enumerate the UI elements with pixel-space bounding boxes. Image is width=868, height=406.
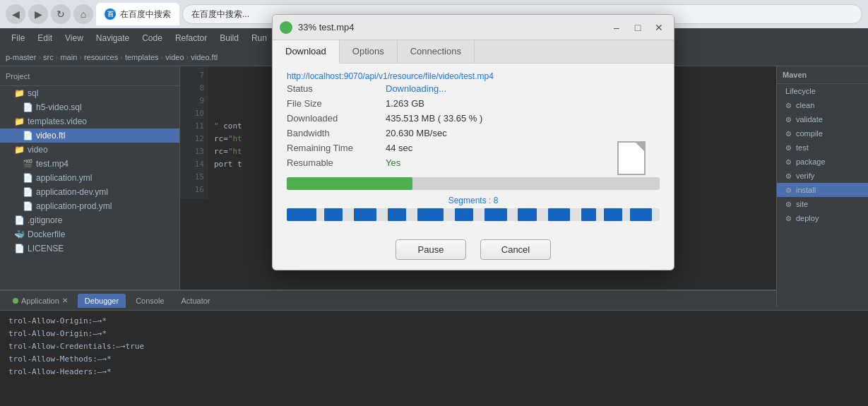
dialog-status-icon (280, 21, 292, 34)
segment-block (548, 208, 571, 221)
remaining-row: Remaining Time 44 sec (287, 141, 660, 155)
segment-block (388, 208, 406, 221)
tab-options[interactable]: Options (340, 40, 398, 63)
download-dialog: 33% test.mp4 – □ ✕ Download Options Conn… (272, 14, 674, 270)
segments-bar (287, 208, 660, 221)
file-icon (617, 141, 646, 175)
remaining-label: Remaining Time (287, 141, 386, 155)
minimize-button[interactable]: – (609, 20, 624, 35)
bandwidth-row: Bandwidth 20.630 MB/sec (287, 126, 660, 141)
status-value: Downloading... (386, 81, 660, 96)
cancel-button[interactable]: Cancel (480, 239, 551, 260)
dialog-buttons: Pause Cancel (273, 231, 674, 270)
dialog-titlebar: 33% test.mp4 – □ ✕ (273, 15, 674, 40)
downloaded-value: 435.513 MB ( 33.65 % ) (386, 111, 660, 126)
segment-block (324, 208, 343, 221)
bandwidth-label: Bandwidth (287, 126, 386, 141)
dialog-tab-bar: Download Options Connections (273, 40, 674, 64)
segment-block (287, 208, 316, 221)
tab-connections[interactable]: Connections (398, 40, 475, 63)
info-table: Status Downloading... File Size 1.263 GB… (287, 81, 660, 170)
status-row: Status Downloading... (287, 81, 660, 96)
tab-options-label: Options (352, 46, 384, 56)
maximize-button[interactable]: □ (630, 20, 646, 35)
progress-area: Segments : 8 (287, 177, 660, 221)
status-label: Status (287, 81, 386, 96)
download-url[interactable]: http://localhost:9070/api/v1/resource/fi… (287, 71, 494, 81)
segment-block (354, 208, 376, 221)
segment-block (455, 208, 473, 221)
main-progress-bar (287, 177, 660, 190)
segment-block (581, 208, 596, 221)
segment-block (630, 208, 653, 221)
dialog-content: http://localhost:9070/api/v1/resource/fi… (273, 64, 674, 231)
progress-bar-fill (287, 177, 412, 190)
file-icon-area (617, 141, 646, 175)
pause-button[interactable]: Pause (396, 239, 466, 260)
tab-connections-label: Connections (410, 46, 461, 56)
segment-block (417, 208, 444, 221)
bandwidth-value: 20.630 MB/sec (386, 126, 660, 141)
filesize-label: File Size (287, 96, 386, 111)
segments-label: Segments : 8 (287, 196, 660, 205)
filesize-row: File Size 1.263 GB (287, 96, 660, 111)
filesize-value: 1.263 GB (386, 96, 660, 111)
tab-download[interactable]: Download (273, 40, 340, 64)
tab-download-label: Download (285, 46, 326, 56)
resumable-row: Resumable Yes (287, 155, 660, 170)
dialog-overlay: 33% test.mp4 – □ ✕ Download Options Conn… (0, 0, 868, 406)
segment-block (518, 208, 536, 221)
segment-block (604, 208, 622, 221)
downloaded-row: Downloaded 435.513 MB ( 33.65 % ) (287, 111, 660, 126)
downloaded-label: Downloaded (287, 111, 386, 126)
dialog-title: 33% test.mp4 (298, 22, 603, 32)
segment-block (484, 208, 507, 221)
resumable-label: Resumable (287, 155, 386, 170)
close-button[interactable]: ✕ (651, 20, 667, 35)
